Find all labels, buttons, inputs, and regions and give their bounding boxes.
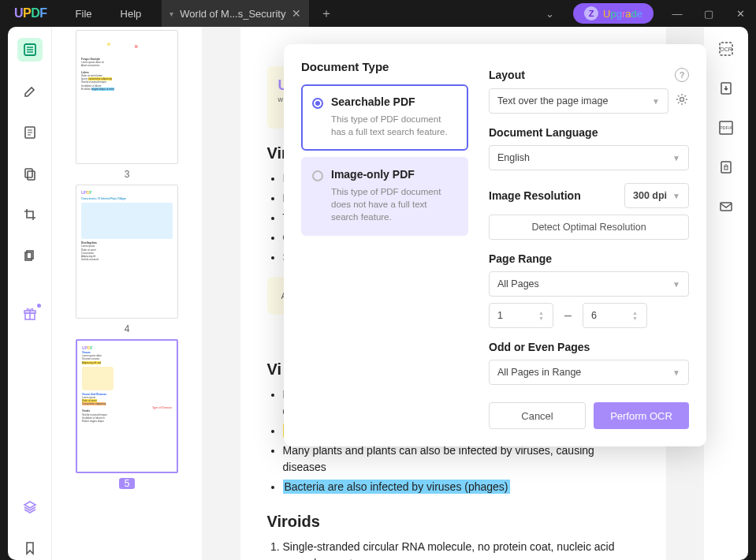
crop-icon [23, 207, 37, 222]
share-tool[interactable] [715, 196, 737, 218]
protect-tool[interactable] [715, 156, 737, 178]
resolution-select[interactable]: 300 dpi▼ [624, 183, 689, 208]
option-searchable-pdf[interactable]: Searchable PDF This type of PDF document… [301, 84, 468, 151]
gift-icon [22, 306, 38, 322]
svg-rect-9 [28, 171, 35, 180]
export-icon [718, 80, 734, 96]
tab-title: World of M...s_Security [180, 8, 285, 20]
thumbnail-page-4[interactable]: UPDF Characteristics Of Selected Phyla O… [76, 185, 178, 334]
export-tool[interactable] [715, 77, 737, 99]
range-to-input[interactable]: 6 ▲▼ [583, 303, 647, 328]
range-separator: – [560, 308, 576, 323]
stack-tool[interactable] [17, 495, 43, 519]
thumb-number: 5 [119, 478, 135, 489]
spinner-icon[interactable]: ▲▼ [632, 304, 643, 327]
svg-text:OCR: OCR [720, 47, 732, 52]
language-select[interactable]: English▼ [489, 145, 689, 170]
heading-viroids: Viroids [267, 513, 639, 531]
copy-icon [23, 166, 37, 181]
user-avatar: Z [584, 6, 598, 21]
bookmark-icon [23, 541, 37, 555]
copy-tool[interactable] [17, 162, 43, 185]
tab-dropdown-icon[interactable]: ▾ [169, 9, 173, 18]
layers-icon [22, 499, 38, 515]
mail-icon [718, 199, 734, 215]
option-image-only-pdf[interactable]: Image-only PDF This type of PDF document… [301, 157, 468, 236]
document-type-label: Document Type [301, 60, 468, 73]
bullet-item: Bacteria are also infected by viruses (p… [283, 479, 639, 495]
language-label: Document Language [489, 126, 598, 139]
right-toolbar: OCR PDF/A [704, 27, 748, 560]
page-range-select[interactable]: All Pages▼ [489, 271, 689, 297]
upgrade-button[interactable]: Z Upgrade [573, 3, 654, 24]
maximize-button[interactable]: ▢ [693, 0, 724, 27]
document-icon [23, 125, 37, 140]
layout-select[interactable]: Text over the page image▼ [489, 88, 668, 114]
svg-rect-21 [724, 166, 728, 170]
chevron-down-icon: ▼ [672, 280, 680, 289]
thumb-number: 4 [76, 323, 178, 334]
chevron-down-icon[interactable]: ⌄ [534, 8, 565, 20]
odd-even-label: Odd or Even Pages [489, 341, 590, 353]
pdfa-icon: PDF/A [717, 119, 735, 136]
highlighter-icon [23, 84, 37, 98]
chevron-down-icon: ▼ [672, 192, 680, 200]
thumbnails-tool[interactable] [17, 38, 43, 62]
thumbnail-page-5[interactable]: UPDF VirusesLorem ipsum dolorSit amet co… [76, 339, 178, 489]
layout-label: Layout [489, 69, 525, 81]
menu-file[interactable]: File [61, 2, 106, 26]
chevron-down-icon: ▼ [672, 368, 680, 377]
radio-icon [312, 170, 323, 181]
gift-tool[interactable] [17, 302, 43, 326]
svg-point-23 [680, 98, 684, 102]
page-range-label: Page Range [489, 252, 552, 265]
list-item: Single-stranded circular RNA molecule, n… [283, 539, 639, 560]
upgrade-label: Upgrade [603, 8, 642, 20]
thumb-number: 3 [76, 169, 178, 180]
bullet-item: Many plants and plants can also be infec… [283, 442, 639, 476]
crop-tool[interactable] [17, 203, 43, 226]
comment-tool[interactable] [17, 120, 43, 144]
minimize-button[interactable]: — [661, 0, 693, 27]
thumbnail-page-3[interactable]: Fungus ExampleLorem ipsum dolor sitAmet … [76, 30, 178, 180]
cancel-button[interactable]: Cancel [489, 402, 586, 429]
layers-tool[interactable] [17, 244, 43, 267]
left-toolbar [8, 27, 52, 560]
spinner-icon[interactable]: ▲▼ [538, 304, 549, 327]
pages-icon [23, 248, 37, 263]
lock-icon [718, 159, 734, 175]
bookmark-tool[interactable] [17, 79, 43, 103]
ocr-tool[interactable]: OCR [715, 38, 737, 60]
svg-rect-8 [25, 169, 32, 177]
resolution-label: Image Resolution [489, 189, 581, 202]
detect-resolution-button[interactable]: Detect Optimal Resolution [489, 215, 689, 240]
menu-help[interactable]: Help [106, 2, 156, 26]
add-tab-button[interactable]: ＋ [309, 6, 344, 22]
radio-icon [312, 98, 323, 109]
svg-text:PDF/A: PDF/A [720, 125, 733, 130]
thumbnails-icon [23, 43, 37, 57]
chevron-down-icon: ▼ [652, 97, 660, 106]
range-from-input[interactable]: 1 ▲▼ [489, 303, 553, 328]
svg-rect-22 [721, 203, 732, 211]
thumbnail-panel: Fungus ExampleLorem ipsum dolor sitAmet … [52, 27, 202, 560]
ocr-panel: Document Type Searchable PDF This type o… [284, 44, 706, 446]
help-icon[interactable]: ? [675, 68, 689, 82]
app-logo: UPDF [0, 6, 61, 21]
document-tab[interactable]: ▾ World of M...s_Security ✕ [162, 0, 309, 27]
ocr-icon: OCR [717, 40, 735, 58]
perform-ocr-button[interactable]: Perform OCR [594, 402, 689, 429]
bookmark-button[interactable] [17, 536, 43, 560]
close-icon[interactable]: ✕ [292, 7, 301, 20]
pdfa-tool[interactable]: PDF/A [715, 117, 737, 139]
close-button[interactable]: ✕ [724, 0, 756, 27]
svg-rect-20 [721, 162, 731, 173]
odd-even-select[interactable]: All Pages in Range▼ [489, 360, 689, 385]
titlebar: UPDF File Help ▾ World of M...s_Security… [0, 0, 756, 27]
gear-icon[interactable] [675, 92, 689, 110]
chevron-down-icon: ▼ [672, 154, 680, 162]
